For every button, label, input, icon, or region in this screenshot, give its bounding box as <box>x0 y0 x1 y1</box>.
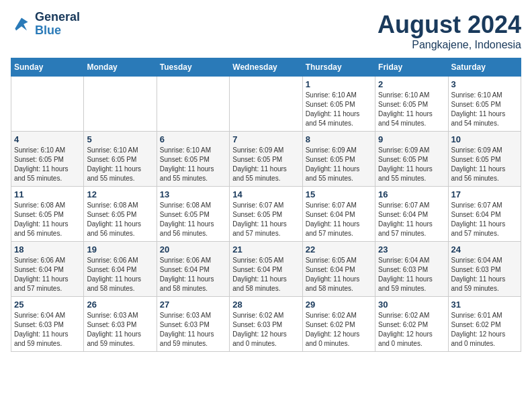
day-info: Sunrise: 6:10 AM Sunset: 6:05 PM Dayligh… <box>14 146 81 183</box>
calendar-cell: 15Sunrise: 6:07 AM Sunset: 6:04 PM Dayli… <box>302 187 375 242</box>
day-number: 15 <box>306 189 372 199</box>
day-number: 3 <box>451 79 518 89</box>
calendar-cell: 12Sunrise: 6:08 AM Sunset: 6:05 PM Dayli… <box>84 187 157 242</box>
calendar-cell: 31Sunrise: 6:01 AM Sunset: 6:02 PM Dayli… <box>448 297 521 352</box>
day-number: 30 <box>378 300 445 310</box>
calendar-cell: 24Sunrise: 6:04 AM Sunset: 6:03 PM Dayli… <box>448 242 521 297</box>
calendar-cell: 19Sunrise: 6:06 AM Sunset: 6:04 PM Dayli… <box>84 242 157 297</box>
day-number: 23 <box>378 244 445 255</box>
calendar-cell: 8Sunrise: 6:09 AM Sunset: 6:05 PM Daylig… <box>302 132 375 187</box>
column-header-monday: Monday <box>84 58 157 77</box>
calendar-cell: 17Sunrise: 6:07 AM Sunset: 6:04 PM Dayli… <box>448 187 521 242</box>
day-info: Sunrise: 6:10 AM Sunset: 6:05 PM Dayligh… <box>160 146 226 183</box>
calendar-week-2: 4Sunrise: 6:10 AM Sunset: 6:05 PM Daylig… <box>11 132 521 187</box>
day-info: Sunrise: 6:08 AM Sunset: 6:05 PM Dayligh… <box>87 201 153 238</box>
day-info: Sunrise: 6:10 AM Sunset: 6:05 PM Dayligh… <box>451 91 518 128</box>
calendar-cell: 26Sunrise: 6:03 AM Sunset: 6:03 PM Dayli… <box>84 297 157 352</box>
day-number: 16 <box>378 189 445 199</box>
day-number: 11 <box>14 189 81 199</box>
column-header-friday: Friday <box>375 58 448 77</box>
day-info: Sunrise: 6:04 AM Sunset: 6:03 PM Dayligh… <box>451 256 518 293</box>
day-info: Sunrise: 6:10 AM Sunset: 6:05 PM Dayligh… <box>378 91 445 128</box>
logo-icon <box>11 15 32 34</box>
page-subtitle: Pangkajene, Indonesia <box>378 39 521 51</box>
calendar-cell: 29Sunrise: 6:02 AM Sunset: 6:02 PM Dayli… <box>302 297 375 352</box>
day-number: 17 <box>451 189 518 199</box>
column-header-thursday: Thursday <box>302 58 375 77</box>
day-info: Sunrise: 6:05 AM Sunset: 6:04 PM Dayligh… <box>306 256 372 293</box>
day-info: Sunrise: 6:06 AM Sunset: 6:04 PM Dayligh… <box>14 256 81 293</box>
day-number: 19 <box>87 244 153 255</box>
calendar-cell: 4Sunrise: 6:10 AM Sunset: 6:05 PM Daylig… <box>11 132 84 187</box>
calendar-cell: 25Sunrise: 6:04 AM Sunset: 6:03 PM Dayli… <box>11 297 84 352</box>
calendar-cell <box>84 77 157 132</box>
calendar-cell: 6Sunrise: 6:10 AM Sunset: 6:05 PM Daylig… <box>157 132 229 187</box>
day-number: 29 <box>306 300 372 310</box>
day-info: Sunrise: 6:10 AM Sunset: 6:05 PM Dayligh… <box>306 91 372 128</box>
day-info: Sunrise: 6:07 AM Sunset: 6:05 PM Dayligh… <box>232 201 299 238</box>
day-number: 8 <box>306 134 372 144</box>
day-number: 31 <box>451 300 518 310</box>
day-number: 18 <box>14 244 81 255</box>
calendar-cell: 1Sunrise: 6:10 AM Sunset: 6:05 PM Daylig… <box>302 77 375 132</box>
day-info: Sunrise: 6:06 AM Sunset: 6:04 PM Dayligh… <box>160 256 226 293</box>
calendar-cell: 2Sunrise: 6:10 AM Sunset: 6:05 PM Daylig… <box>375 77 448 132</box>
day-info: Sunrise: 6:02 AM Sunset: 6:02 PM Dayligh… <box>306 311 372 349</box>
calendar-cell: 10Sunrise: 6:09 AM Sunset: 6:05 PM Dayli… <box>448 132 521 187</box>
column-header-tuesday: Tuesday <box>157 58 229 77</box>
calendar-cell: 21Sunrise: 6:05 AM Sunset: 6:04 PM Dayli… <box>230 242 302 297</box>
day-number: 1 <box>306 79 372 89</box>
day-info: Sunrise: 6:02 AM Sunset: 6:02 PM Dayligh… <box>378 311 445 349</box>
day-number: 4 <box>14 134 81 144</box>
day-number: 24 <box>451 244 518 255</box>
calendar-cell <box>157 77 229 132</box>
day-info: Sunrise: 6:04 AM Sunset: 6:03 PM Dayligh… <box>378 256 445 293</box>
day-info: Sunrise: 6:08 AM Sunset: 6:05 PM Dayligh… <box>160 201 226 238</box>
calendar-cell: 11Sunrise: 6:08 AM Sunset: 6:05 PM Dayli… <box>11 187 84 242</box>
calendar-header: SundayMondayTuesdayWednesdayThursdayFrid… <box>11 58 521 77</box>
calendar-cell: 27Sunrise: 6:03 AM Sunset: 6:03 PM Dayli… <box>157 297 229 352</box>
day-number: 5 <box>87 134 153 144</box>
day-number: 9 <box>378 134 445 144</box>
day-number: 20 <box>160 244 226 255</box>
day-number: 13 <box>160 189 226 199</box>
day-number: 28 <box>232 300 299 310</box>
calendar-cell: 13Sunrise: 6:08 AM Sunset: 6:05 PM Dayli… <box>157 187 229 242</box>
column-header-wednesday: Wednesday <box>230 58 302 77</box>
column-header-sunday: Sunday <box>11 58 84 77</box>
day-number: 7 <box>232 134 299 144</box>
calendar-cell: 5Sunrise: 6:10 AM Sunset: 6:05 PM Daylig… <box>84 132 157 187</box>
day-number: 14 <box>232 189 299 199</box>
calendar-cell: 14Sunrise: 6:07 AM Sunset: 6:05 PM Dayli… <box>230 187 302 242</box>
day-info: Sunrise: 6:07 AM Sunset: 6:04 PM Dayligh… <box>306 201 372 238</box>
day-info: Sunrise: 6:09 AM Sunset: 6:05 PM Dayligh… <box>232 146 299 183</box>
day-info: Sunrise: 6:01 AM Sunset: 6:02 PM Dayligh… <box>451 311 518 349</box>
day-info: Sunrise: 6:07 AM Sunset: 6:04 PM Dayligh… <box>378 201 445 238</box>
calendar-cell: 3Sunrise: 6:10 AM Sunset: 6:05 PM Daylig… <box>448 77 521 132</box>
day-info: Sunrise: 6:09 AM Sunset: 6:05 PM Dayligh… <box>306 146 372 183</box>
day-info: Sunrise: 6:10 AM Sunset: 6:05 PM Dayligh… <box>87 146 153 183</box>
calendar-cell: 9Sunrise: 6:09 AM Sunset: 6:05 PM Daylig… <box>375 132 448 187</box>
column-header-saturday: Saturday <box>448 58 521 77</box>
calendar-cell <box>230 77 302 132</box>
calendar-cell <box>11 77 84 132</box>
day-number: 21 <box>232 244 299 255</box>
day-number: 12 <box>87 189 153 199</box>
calendar-cell: 18Sunrise: 6:06 AM Sunset: 6:04 PM Dayli… <box>11 242 84 297</box>
calendar-cell: 22Sunrise: 6:05 AM Sunset: 6:04 PM Dayli… <box>302 242 375 297</box>
day-number: 10 <box>451 134 518 144</box>
day-number: 2 <box>378 79 445 89</box>
page-title: August 2024 <box>378 11 521 39</box>
day-number: 6 <box>160 134 226 144</box>
title-block: August 2024 Pangkajene, Indonesia <box>378 11 521 51</box>
day-number: 22 <box>306 244 372 255</box>
day-info: Sunrise: 6:08 AM Sunset: 6:05 PM Dayligh… <box>14 201 81 238</box>
day-number: 25 <box>14 300 81 310</box>
calendar-week-3: 11Sunrise: 6:08 AM Sunset: 6:05 PM Dayli… <box>11 187 521 242</box>
day-info: Sunrise: 6:06 AM Sunset: 6:04 PM Dayligh… <box>87 256 153 293</box>
day-info: Sunrise: 6:07 AM Sunset: 6:04 PM Dayligh… <box>451 201 518 238</box>
calendar-cell: 20Sunrise: 6:06 AM Sunset: 6:04 PM Dayli… <box>157 242 229 297</box>
logo: General Blue <box>11 11 80 38</box>
calendar-cell: 30Sunrise: 6:02 AM Sunset: 6:02 PM Dayli… <box>375 297 448 352</box>
day-number: 27 <box>160 300 226 310</box>
